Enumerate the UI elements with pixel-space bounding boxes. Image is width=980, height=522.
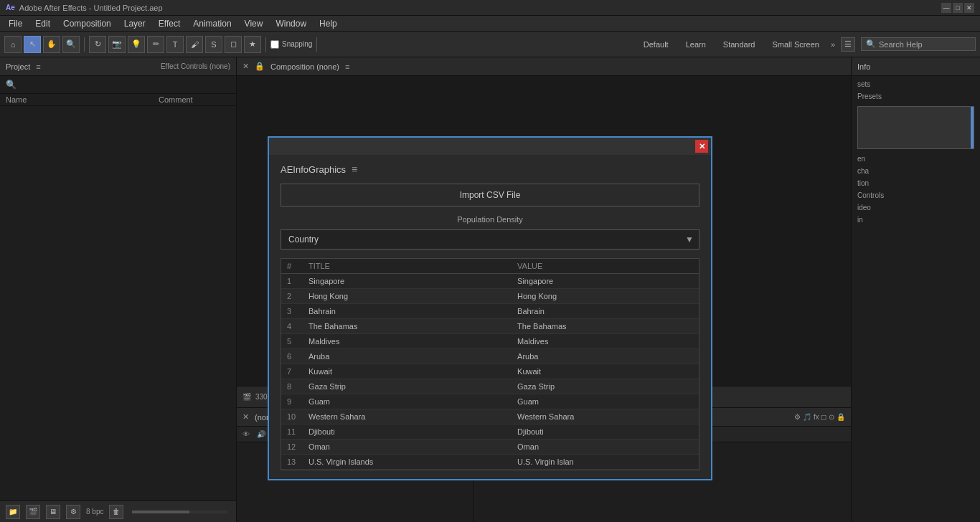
table-row[interactable]: 4 The Bahamas The Bahamas — [281, 319, 699, 334]
right-panel-header: Info — [852, 57, 980, 76]
table-row[interactable]: 7 Kuwait Kuwait — [281, 364, 699, 379]
cell-num: 4 — [281, 319, 303, 334]
effect-controls-tab[interactable]: Effect Controls (none) — [161, 62, 230, 70]
table-header-row: # TITLE VALUE — [281, 259, 699, 274]
menu-edit[interactable]: Edit — [29, 17, 56, 30]
table-row[interactable]: 13 U.S. Virgin Islands U.S. Virgin Islan — [281, 455, 699, 470]
puppet-tool[interactable]: ★ — [244, 36, 261, 53]
comp-header: ✕ 🔒 Composition (none) ≡ — [237, 57, 851, 76]
table-row[interactable]: 11 Djibouti Djibouti — [281, 424, 699, 440]
table-row[interactable]: 10 Western Sahara Western Sahara — [281, 409, 699, 424]
dialog-overlay: ✕ AEInfoGraphics ≡ Import CSV File Popul… — [0, 115, 980, 522]
th-title: TITLE — [303, 259, 512, 274]
dialog-body: AEInfoGraphics ≡ Import CSV File Populat… — [269, 155, 711, 479]
cell-value: Western Sahara — [512, 409, 699, 424]
menu-animation[interactable]: Animation — [187, 17, 237, 30]
brush-tool[interactable]: 🖌 — [186, 36, 203, 53]
menu-composition[interactable]: Composition — [57, 17, 117, 30]
table-row[interactable]: 2 Hong Kong Hong Kong — [281, 289, 699, 304]
cell-num: 6 — [281, 349, 303, 364]
cell-value: Bahrain — [512, 304, 699, 319]
search-help-label: Search Help — [879, 40, 923, 49]
menu-view[interactable]: View — [239, 17, 269, 30]
cell-num: 7 — [281, 364, 303, 379]
comp-close-x[interactable]: ✕ — [242, 62, 249, 71]
plugin-dialog: ✕ AEInfoGraphics ≡ Import CSV File Popul… — [268, 136, 712, 480]
cell-value: Singapore — [512, 274, 699, 289]
zoom-tool[interactable]: 🔍 — [62, 36, 80, 53]
comp-tab-label[interactable]: Composition (none) — [270, 62, 339, 71]
table-row[interactable]: 1 Singapore Singapore — [281, 274, 699, 289]
table-row[interactable]: 5 Maldives Maldives — [281, 334, 699, 349]
window-title: Adobe After Effects - Untitled Project.a… — [19, 4, 163, 12]
toolbar-right: Default Learn Standard Small Screen » ☰ … — [638, 37, 976, 52]
cell-value: Gaza Strip — [512, 379, 699, 394]
sep3 — [316, 37, 317, 52]
dialog-close-button[interactable]: ✕ — [695, 140, 708, 153]
menu-help[interactable]: Help — [314, 17, 343, 30]
cell-title: Hong Kong — [303, 289, 512, 304]
workspace-small[interactable]: Small Screen — [766, 39, 824, 50]
snapping-checkbox[interactable] — [270, 40, 279, 49]
camera-tool[interactable]: 📷 — [108, 36, 126, 53]
maximize-button[interactable]: □ — [953, 3, 963, 13]
cell-value: U.S. Virgin Islan — [512, 455, 699, 470]
cell-value: Kuwait — [512, 364, 699, 379]
search-icon: 🔍 — [866, 39, 876, 49]
comp-menu-icon[interactable]: ≡ — [345, 62, 349, 71]
light-tool[interactable]: 💡 — [128, 36, 145, 53]
panel-item-presets[interactable]: Presets — [854, 91, 977, 102]
snapping-control: Snapping — [270, 40, 312, 49]
project-title: Project — [6, 62, 30, 71]
cell-num: 3 — [281, 304, 303, 319]
menu-effect[interactable]: Effect — [153, 17, 186, 30]
col-comment-header: Comment — [159, 95, 230, 104]
project-search: 🔍 — [0, 76, 236, 94]
plugin-menu-icon[interactable]: ≡ — [352, 163, 357, 175]
cell-num: 5 — [281, 334, 303, 349]
pen-tool[interactable]: ✏ — [147, 36, 164, 53]
data-table-container[interactable]: # TITLE VALUE 1 Singapore Singapore 2 Ho… — [281, 258, 699, 470]
project-search-input[interactable] — [19, 79, 230, 90]
menu-icon[interactable]: ☰ — [841, 37, 855, 52]
workspace-more[interactable]: » — [831, 40, 835, 49]
minimize-button[interactable]: — — [941, 3, 951, 13]
cell-title: Kuwait — [303, 364, 512, 379]
import-csv-button[interactable]: Import CSV File — [281, 184, 699, 207]
workspace-standard[interactable]: Standard — [717, 39, 761, 50]
eraser-tool[interactable]: ◻ — [225, 36, 242, 53]
project-menu-icon[interactable]: ≡ — [36, 62, 40, 71]
menu-file[interactable]: File — [3, 17, 28, 30]
table-row[interactable]: 8 Gaza Strip Gaza Strip — [281, 379, 699, 394]
plugin-name: AEInfoGraphics — [281, 164, 346, 175]
search-help-box[interactable]: 🔍 Search Help — [861, 37, 976, 51]
cell-title: U.S. Virgin Islands — [303, 455, 512, 470]
comp-lock-icon: 🔒 — [255, 62, 265, 71]
table-row[interactable]: 3 Bahrain Bahrain — [281, 304, 699, 319]
hand-tool[interactable]: ✋ — [43, 36, 60, 53]
menu-layer[interactable]: Layer — [118, 17, 151, 30]
workspace-learn[interactable]: Learn — [680, 39, 712, 50]
country-dropdown[interactable]: Country Region City — [281, 229, 699, 250]
workspace-default[interactable]: Default — [638, 39, 674, 50]
table-row[interactable]: 9 Guam Guam — [281, 394, 699, 409]
select-tool[interactable]: ↖ — [24, 36, 41, 53]
rotate-tool[interactable]: ↻ — [89, 36, 106, 53]
clone-tool[interactable]: S — [205, 36, 222, 53]
cell-num: 10 — [281, 409, 303, 424]
home-tool[interactable]: ⌂ — [4, 36, 22, 53]
table-row[interactable]: 6 Aruba Aruba — [281, 349, 699, 364]
table-row[interactable]: 12 Oman Oman — [281, 440, 699, 455]
dropdown-container: Country Region City ▼ — [281, 229, 699, 250]
menu-window[interactable]: Window — [270, 17, 312, 30]
cell-num: 13 — [281, 455, 303, 470]
table-body: 1 Singapore Singapore 2 Hong Kong Hong K… — [281, 274, 699, 470]
col-name-header: Name — [6, 95, 159, 104]
cell-num: 1 — [281, 274, 303, 289]
sep2 — [265, 37, 266, 52]
title-bar-left: Ae Adobe After Effects - Untitled Projec… — [6, 4, 163, 12]
panel-item-sets[interactable]: sets — [854, 79, 977, 90]
text-tool[interactable]: T — [166, 36, 184, 53]
cell-value: Oman — [512, 440, 699, 455]
close-button[interactable]: ✕ — [964, 3, 974, 13]
